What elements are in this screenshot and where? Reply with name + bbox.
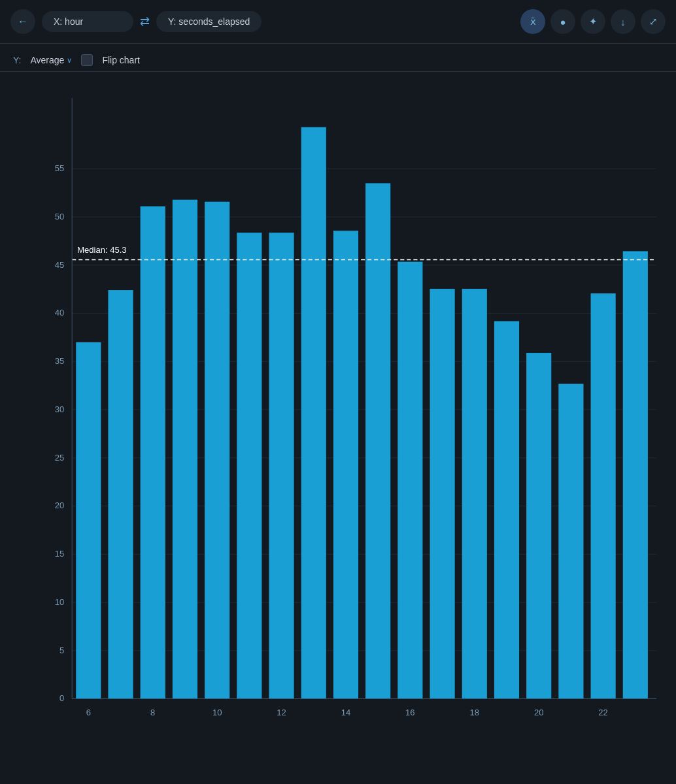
svg-text:45: 45 [55,260,65,270]
bar-12[interactable] [269,233,294,698]
bar-18[interactable] [462,289,487,698]
median-label: Median: 45.3 [77,245,126,255]
bar-14[interactable] [333,231,358,698]
svg-text:0: 0 [59,693,64,703]
bar-23[interactable] [623,251,648,698]
trend-button[interactable]: ✦ [581,9,605,34]
expand-icon: ⤢ [649,16,658,27]
svg-text:12: 12 [277,708,286,717]
download-icon: ↓ [620,16,626,27]
toolbar: ← X: hour ⇄ Y: seconds_elapsed x̄ ● ✦ ↓ … [0,0,676,44]
svg-text:5: 5 [59,645,64,655]
svg-text:16: 16 [405,708,415,717]
bar-6[interactable] [76,342,101,699]
bar-21[interactable] [558,384,583,699]
bar-10[interactable] [205,202,229,699]
y-axis-input[interactable]: Y: seconds_elapsed [156,11,262,32]
bar-22[interactable] [591,293,616,698]
svg-text:8: 8 [150,708,155,717]
svg-text:22: 22 [598,708,608,717]
svg-text:40: 40 [55,308,65,318]
svg-text:10: 10 [55,597,65,607]
bar-20[interactable] [526,353,551,698]
bar-11[interactable] [237,233,262,698]
back-icon: ← [18,16,28,27]
svg-text:15: 15 [55,549,65,559]
aggregate-dropdown[interactable]: Average ∨ [30,55,72,65]
svg-text:30: 30 [55,404,65,414]
bar-19[interactable] [494,321,519,699]
bar-chart: .axis-text { fill: #7a9ab4; font-size: 1… [39,91,663,738]
svg-text:55: 55 [55,163,65,173]
svg-text:20: 20 [55,500,65,510]
bar-16[interactable] [397,262,422,699]
swap-icon[interactable]: ⇄ [140,14,150,29]
flip-chart-label: Flip chart [102,55,140,65]
trend-icon: ✦ [589,16,598,27]
svg-text:18: 18 [470,708,480,717]
svg-text:20: 20 [534,708,544,717]
x-bar-button[interactable]: x̄ [520,9,545,34]
svg-text:6: 6 [86,708,91,717]
pin-icon: ● [560,16,566,27]
y-label: Y: [13,55,21,65]
back-button[interactable]: ← [10,9,35,34]
bar-13[interactable] [301,127,326,699]
bar-15[interactable] [365,183,390,698]
download-button[interactable]: ↓ [611,9,635,34]
x-bar-icon: x̄ [530,16,536,27]
bar-7[interactable] [108,290,133,698]
svg-text:10: 10 [212,708,222,717]
bar-8[interactable] [141,206,165,699]
x-axis-input[interactable]: X: hour [42,11,133,32]
svg-text:50: 50 [55,212,65,221]
bar-17[interactable] [430,289,455,698]
pin-button[interactable]: ● [550,9,575,34]
flip-chart-checkbox[interactable] [81,54,93,66]
toolbar-right: x̄ ● ✦ ↓ ⤢ [520,9,666,34]
bar-9[interactable] [173,200,197,699]
svg-text:25: 25 [55,453,65,463]
controls-row: Y: Average ∨ Flip chart [0,44,676,72]
svg-text:35: 35 [55,356,65,366]
expand-button[interactable]: ⤢ [641,9,666,34]
svg-text:14: 14 [341,708,351,717]
chart-container: .axis-text { fill: #7a9ab4; font-size: 1… [0,72,676,777]
